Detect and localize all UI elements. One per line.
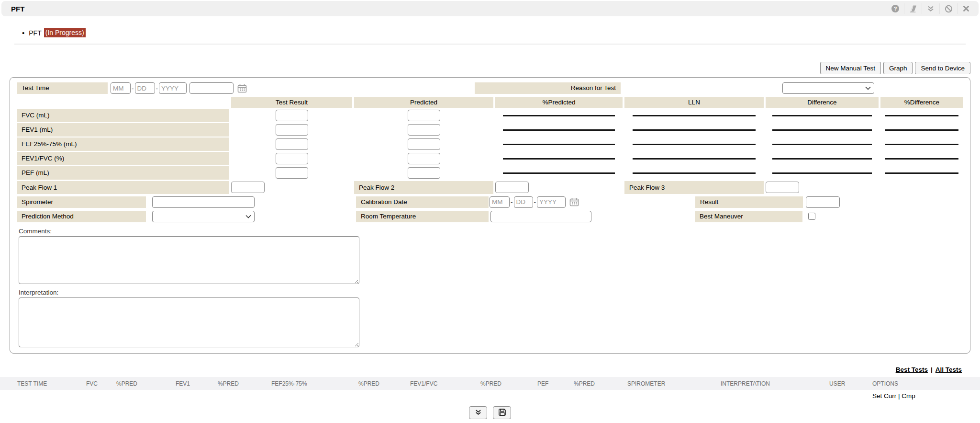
col-header-test-time: TEST TIME (17, 380, 47, 387)
action-buttons-row: New Manual Test Graph Send to Device (10, 62, 970, 74)
prediction-method-row: Prediction Method Room Temperature Best … (17, 210, 963, 223)
options-separator: | (898, 392, 900, 400)
interpretation-label: Interpretation: (19, 289, 963, 296)
peak-flow-1-input[interactable] (231, 182, 265, 193)
tests-filter-links: Best Tests | All Tests (0, 366, 962, 373)
fef-test-result-input[interactable] (276, 138, 308, 150)
save-icon (498, 408, 506, 418)
fef-percent-predicted-line (503, 144, 615, 145)
pef-difference-line (772, 172, 872, 174)
block-icon[interactable] (939, 3, 957, 14)
set-curr-link[interactable]: Set Curr (872, 392, 896, 400)
save-button[interactable] (493, 406, 511, 419)
test-time-label: Test Time (17, 82, 108, 94)
comments-textarea[interactable] (19, 236, 359, 284)
row-label-fvc: FVC (mL) (17, 109, 229, 122)
calibration-month-input[interactable] (490, 196, 510, 208)
page-title: PFT (11, 5, 24, 13)
fev1fvc-test-result-input[interactable] (276, 153, 308, 164)
fev1-test-result-input[interactable] (276, 124, 308, 136)
calibration-year-input[interactable] (537, 196, 566, 208)
svg-text:?: ? (893, 6, 897, 11)
spirometer-input[interactable] (152, 196, 255, 208)
fvc-percent-predicted-line (503, 115, 615, 116)
spirometer-label: Spirometer (17, 196, 146, 208)
pef-percent-difference-line (885, 172, 958, 174)
best-maneuver-checkbox[interactable] (808, 213, 815, 220)
pef-predicted-input[interactable] (408, 167, 440, 179)
measurement-table: Test Result Predicted %Predicted LLN Dif… (17, 97, 963, 194)
col-header-pred-5: %PRED (574, 380, 595, 387)
fev1-predicted-input[interactable] (408, 124, 440, 136)
reason-for-test-select[interactable] (782, 82, 874, 94)
col-header-pred-2: %PRED (218, 380, 239, 387)
row-label-fev1-fvc: FEV1/FVC (%) (17, 152, 229, 165)
column-header: Difference (766, 97, 879, 108)
fvc-predicted-input[interactable] (408, 110, 440, 121)
col-header-interpretation: INTERPRETATION (721, 380, 770, 387)
calendar-icon[interactable] (569, 197, 579, 206)
pft-item-label: PFT (29, 29, 41, 37)
double-chevron-down-icon[interactable] (922, 3, 939, 14)
fev1fvc-lln-line (633, 158, 755, 160)
col-header-fvc: FVC (86, 380, 98, 387)
fev1-percent-difference-line (885, 129, 958, 131)
best-tests-link[interactable]: Best Tests (896, 366, 928, 373)
comments-label: Comments: (19, 228, 963, 235)
interpretation-textarea[interactable] (19, 297, 359, 347)
footer-buttons (0, 406, 980, 422)
graph-button[interactable]: Graph (883, 62, 913, 74)
test-time-day-input[interactable] (135, 82, 155, 94)
peak-flow-2-input[interactable] (495, 182, 529, 193)
fev1fvc-percent-difference-line (885, 158, 958, 160)
prediction-method-select[interactable] (152, 211, 255, 222)
peak-flow-2-label: Peak Flow 2 (354, 181, 493, 194)
test-time-row: Test Time - - Reason for Test (17, 82, 963, 94)
send-to-device-button[interactable]: Send to Device (915, 62, 970, 74)
tests-options-row: Set Curr | Cmp (0, 390, 980, 402)
calibration-day-input[interactable] (514, 196, 533, 208)
fvc-percent-difference-line (885, 115, 958, 116)
room-temperature-label: Room Temperature (356, 211, 489, 222)
room-temperature-input[interactable] (490, 211, 591, 222)
pef-lln-line (633, 172, 755, 174)
spirometer-row: Spirometer Calibration Date - - Result (17, 195, 963, 208)
all-tests-link[interactable]: All Tests (935, 366, 962, 373)
titlebar-icons: ? (886, 1, 975, 16)
column-header: Predicted (354, 97, 493, 108)
links-separator: | (931, 366, 933, 373)
fef-percent-difference-line (885, 144, 958, 145)
row-label-fef: FEF25%-75% (mL) (17, 137, 229, 151)
help-icon[interactable]: ? (886, 3, 904, 14)
result-input[interactable] (806, 196, 840, 208)
calendar-icon[interactable] (237, 84, 247, 93)
column-header: LLN (624, 97, 764, 108)
col-header-pef: PEF (537, 380, 548, 387)
date-separator: - (132, 85, 134, 92)
peak-flow-3-input[interactable] (766, 182, 799, 193)
close-icon[interactable] (957, 3, 975, 14)
pef-test-result-input[interactable] (276, 167, 308, 179)
fef-predicted-input[interactable] (408, 138, 440, 150)
fev1fvc-difference-line (772, 158, 872, 160)
fvc-test-result-input[interactable] (276, 110, 308, 121)
expand-button[interactable] (469, 406, 487, 419)
window-titlebar: PFT ? (1, 1, 979, 16)
cmp-link[interactable]: Cmp (902, 392, 915, 400)
row-label-fev1: FEV1 (mL) (17, 123, 229, 137)
pft-status-item: • PFT (In Progress) (22, 28, 980, 37)
date-separator: - (156, 85, 158, 92)
col-header-spirometer: SPIROMETER (627, 380, 665, 387)
column-header: %Predicted (495, 97, 623, 108)
date-separator: - (511, 198, 513, 206)
col-header-fev1: FEV1 (176, 380, 190, 387)
tests-table-header: TEST TIME FVC %PRED FEV1 %PRED FEF25%-75… (0, 377, 980, 390)
fev1fvc-predicted-input[interactable] (408, 153, 440, 164)
book-icon[interactable] (904, 3, 922, 14)
new-manual-test-button[interactable]: New Manual Test (820, 62, 881, 74)
col-header-pred-3: %PRED (358, 380, 379, 387)
peak-flow-1-label: Peak Flow 1 (17, 181, 229, 194)
test-time-month-input[interactable] (111, 82, 131, 94)
test-time-time-input[interactable] (189, 82, 234, 94)
test-time-year-input[interactable] (159, 82, 187, 94)
